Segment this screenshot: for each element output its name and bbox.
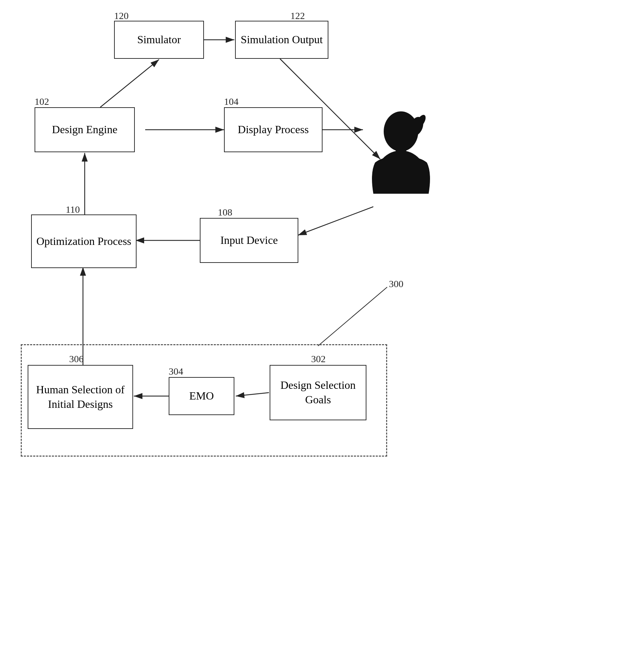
diagram: 300 Simulator 120 Simulation Output 122 …	[0, 0, 644, 669]
ref-110: 110	[66, 204, 80, 215]
box-human-selection: Human Selection of Initial Designs	[28, 365, 133, 429]
ref-120: 120	[114, 10, 129, 21]
ref-302: 302	[311, 354, 326, 365]
svg-line-3	[100, 59, 159, 107]
box-simulation-output: Simulation Output	[235, 21, 328, 59]
human-silhouette	[363, 111, 439, 208]
box-display-process: Display Process	[224, 107, 323, 152]
ref-122: 122	[290, 10, 305, 21]
diagram-arrows	[0, 0, 644, 669]
ref-108: 108	[218, 207, 232, 218]
box-design-engine: Design Engine	[35, 107, 135, 152]
ref-102: 102	[35, 96, 49, 107]
box-emo: EMO	[169, 377, 234, 415]
svg-line-13	[318, 287, 387, 346]
box-simulator: Simulator	[114, 21, 204, 59]
ref-300: 300	[389, 278, 403, 290]
ref-304: 304	[169, 366, 183, 377]
box-optimization-process: Optimization Process	[31, 214, 137, 268]
svg-rect-19	[373, 194, 429, 214]
box-input-device: Input Device	[200, 218, 298, 263]
box-design-selection-goals: Design Selection Goals	[270, 365, 366, 420]
ref-104: 104	[224, 96, 239, 107]
ref-306: 306	[69, 354, 84, 365]
